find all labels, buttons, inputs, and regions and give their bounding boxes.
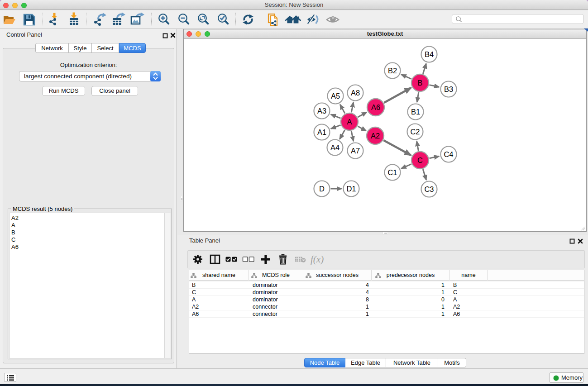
- svg-text:B4: B4: [425, 50, 434, 58]
- svg-text:C2: C2: [410, 128, 420, 136]
- svg-text:A2: A2: [371, 132, 380, 140]
- svg-text:B3: B3: [444, 85, 453, 93]
- svg-text:C3: C3: [424, 185, 434, 193]
- svg-text:C1: C1: [387, 168, 397, 176]
- svg-text:A6: A6: [371, 103, 380, 111]
- svg-text:A5: A5: [331, 92, 340, 100]
- svg-text:A3: A3: [317, 107, 326, 115]
- svg-text:B1: B1: [411, 108, 420, 116]
- svg-text:A: A: [347, 118, 352, 126]
- svg-text:B: B: [417, 79, 422, 87]
- svg-text:B2: B2: [388, 67, 397, 75]
- svg-text:f(x): f(x): [311, 254, 324, 265]
- svg-text:D: D: [319, 185, 325, 193]
- svg-text:A4: A4: [330, 143, 339, 152]
- svg-text:D1: D1: [346, 185, 356, 193]
- svg-text:A7: A7: [351, 147, 360, 155]
- svg-text:A8: A8: [351, 89, 360, 97]
- svg-text:C: C: [417, 156, 423, 164]
- svg-text:C4: C4: [444, 150, 453, 158]
- svg-text:A1: A1: [317, 128, 326, 136]
